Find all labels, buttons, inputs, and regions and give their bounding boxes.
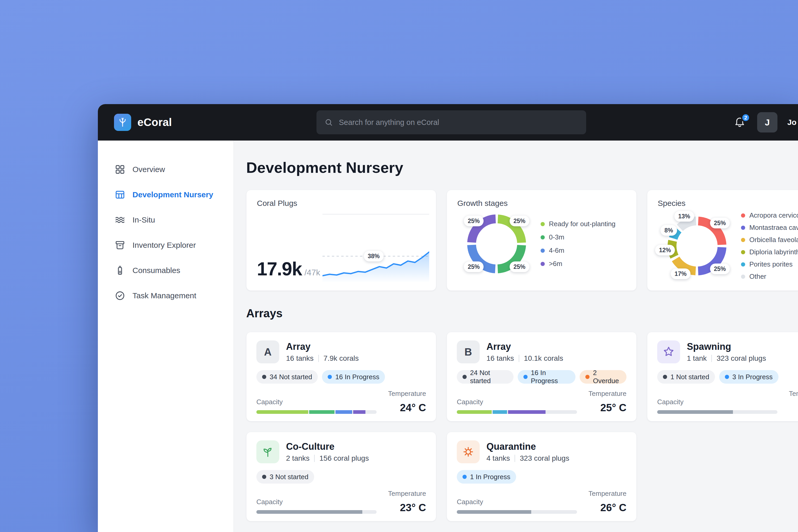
array-title: Spawning bbox=[687, 341, 766, 352]
status-badge: 3 Not started bbox=[256, 470, 314, 483]
status-dot bbox=[328, 375, 332, 379]
growth-stages-card[interactable]: Growth stages 25%25%25%25% Ready for out… bbox=[446, 190, 636, 291]
sidebar-item-in-situ[interactable]: In-Situ bbox=[98, 207, 233, 232]
status-badge: 16 In Progress bbox=[518, 370, 576, 384]
array-title: Co-Culture bbox=[286, 441, 369, 452]
array-title: Array bbox=[286, 341, 359, 352]
legend-dot bbox=[540, 249, 545, 253]
search-icon bbox=[324, 118, 333, 127]
donut-slice-label: 8% bbox=[661, 225, 677, 236]
app-name: eCoral bbox=[137, 116, 172, 129]
temperature-label: Temperature bbox=[388, 390, 426, 398]
status-badge: 1 Not started bbox=[657, 370, 715, 384]
capacity-segment bbox=[457, 510, 531, 514]
capacity-segment bbox=[309, 410, 335, 414]
array-badges: 1 Not started3 In Progress bbox=[657, 370, 798, 384]
legend-item: Acropora cervicor bbox=[741, 211, 798, 220]
status-badge: 24 Not started bbox=[457, 370, 514, 384]
sidebar-item-overview[interactable]: Overview bbox=[98, 157, 233, 182]
growth-stages-donut: 25%25%25%25% bbox=[464, 211, 529, 277]
overview-icon bbox=[115, 164, 126, 175]
temperature-label: Temperature bbox=[388, 490, 426, 498]
array-card[interactable]: Co-Culture 2 tanks 156 coral plugs 3 Not… bbox=[246, 432, 436, 521]
legend-item: Diploria labyrinthi bbox=[741, 248, 798, 256]
array-badges: 24 Not started16 In Progress2 Overdue bbox=[457, 370, 626, 384]
status-dot bbox=[462, 375, 467, 379]
donut-slice-label: 25% bbox=[464, 261, 483, 272]
array-avatar bbox=[457, 440, 480, 463]
array-subtitle: 16 tanks 7.9k corals bbox=[286, 354, 359, 363]
array-subtitle: 16 tanks 10.1k corals bbox=[487, 354, 563, 363]
sidebar-item-development-nursery[interactable]: Development Nursery bbox=[98, 182, 233, 207]
search-input[interactable] bbox=[338, 118, 578, 127]
capacity-segment bbox=[256, 410, 308, 414]
legend-dot bbox=[741, 226, 745, 230]
array-card[interactable]: B Array 16 tanks 10.1k corals 24 Not sta… bbox=[446, 332, 636, 421]
arrays-title: Arrays bbox=[246, 307, 798, 320]
capacity-segment bbox=[508, 410, 545, 414]
status-dot bbox=[262, 475, 266, 479]
sidebar-item-label: In-Situ bbox=[132, 215, 155, 224]
array-card[interactable]: Quarantine 4 tanks 323 coral plugs 1 In … bbox=[446, 432, 636, 521]
card-title: Species bbox=[658, 199, 798, 208]
array-grid: A Array 16 tanks 7.9k corals 34 Not star… bbox=[246, 332, 798, 521]
sidebar-item-label: Task Management bbox=[132, 291, 196, 300]
coral-plugs-chart: 38% bbox=[322, 213, 429, 283]
array-tanks: 16 tanks bbox=[487, 354, 514, 363]
global-search[interactable] bbox=[317, 110, 586, 134]
sidebar-item-label: Overview bbox=[132, 165, 165, 174]
array-avatar bbox=[256, 440, 279, 463]
species-card[interactable]: Species 25%25%17%12%8%13% Acropora cervi… bbox=[647, 190, 798, 291]
notification-badge: 2 bbox=[741, 113, 750, 122]
array-avatar: B bbox=[457, 340, 480, 363]
battery-icon bbox=[115, 265, 126, 276]
legend-item: 0-3m bbox=[540, 233, 615, 241]
temperature-value: 25° C bbox=[588, 402, 626, 414]
array-badges: 3 Not started bbox=[256, 470, 426, 483]
legend-item: Other bbox=[741, 272, 798, 281]
sidebar-item-task-management[interactable]: Task Management bbox=[98, 283, 233, 308]
notifications-button[interactable]: 2 bbox=[734, 116, 747, 129]
seedling-icon bbox=[261, 445, 274, 458]
array-tanks: 2 tanks bbox=[286, 454, 309, 462]
app-window: eCoral 2 J Jo bbox=[98, 104, 798, 532]
status-dot bbox=[262, 375, 266, 379]
donut-slice-label: 25% bbox=[710, 218, 730, 229]
legend-dot bbox=[540, 222, 545, 226]
temperature-value: 24° C bbox=[388, 402, 426, 414]
legend-dot bbox=[741, 213, 745, 217]
capacity-label: Capacity bbox=[457, 498, 577, 506]
status-badge: 3 In Progress bbox=[719, 370, 778, 384]
donut-slice-label: 25% bbox=[464, 216, 483, 226]
status-dot bbox=[585, 375, 590, 379]
legend-dot bbox=[540, 262, 545, 266]
status-dot bbox=[725, 375, 729, 379]
sidebar-item-inventory-explorer[interactable]: Inventory Explorer bbox=[98, 232, 233, 258]
array-card[interactable]: A Array 16 tanks 7.9k corals 34 Not star… bbox=[246, 332, 436, 421]
legend-dot bbox=[741, 238, 745, 242]
legend-dot bbox=[741, 274, 745, 279]
sidebar-item-consumables[interactable]: Consumables bbox=[98, 258, 233, 283]
donut-slice-label: 25% bbox=[710, 263, 730, 274]
capacity-segment bbox=[457, 410, 492, 414]
array-title: Quarantine bbox=[487, 441, 569, 452]
growth-stages-legend: Ready for out-planting 0-3m 4-6m >6m bbox=[540, 220, 615, 268]
coral-plugs-card[interactable]: Coral Plugs 38% 17.9k /47k bbox=[246, 190, 436, 291]
subtitle-divider bbox=[711, 355, 712, 362]
avatar[interactable]: J bbox=[757, 112, 777, 132]
species-donut: 25%25%17%12%8%13% bbox=[664, 213, 729, 279]
legend-item: Ready for out-planting bbox=[540, 220, 615, 228]
donut-slice-label: 12% bbox=[655, 245, 675, 255]
temperature-value: 26° C bbox=[588, 502, 626, 514]
donut-slice-label: 17% bbox=[671, 268, 690, 279]
page-title: Development Nursery bbox=[246, 159, 798, 176]
array-card[interactable]: Spawning 1 tank 323 coral plugs 1 Not st… bbox=[647, 332, 798, 421]
temperature-value: 23° C bbox=[388, 502, 426, 514]
app-header: eCoral 2 J Jo bbox=[98, 104, 798, 140]
legend-item: Porites porites bbox=[741, 260, 798, 268]
capacity-label: Capacity bbox=[457, 398, 577, 406]
trend-chart bbox=[322, 213, 429, 283]
status-badge: 16 In Progress bbox=[322, 370, 385, 384]
capacity-bar bbox=[457, 410, 577, 414]
legend-dot bbox=[741, 250, 745, 254]
